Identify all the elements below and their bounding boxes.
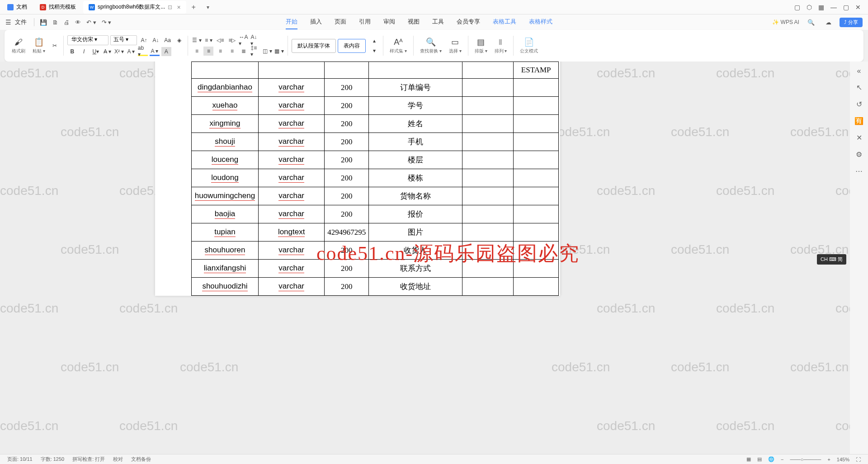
file-menu[interactable]: 文件 xyxy=(15,18,27,26)
table-cell[interactable]: varchar xyxy=(258,278,324,296)
align-justify-icon[interactable]: ≡ xyxy=(227,47,237,56)
wps-ai-button[interactable]: ✨ WPS AI xyxy=(772,19,799,25)
clear-format-icon[interactable]: ◈ xyxy=(174,36,184,45)
strike-icon[interactable]: A̶ ▾ xyxy=(103,47,113,56)
table-cell[interactable]: shouhuodizhi xyxy=(192,278,259,296)
table-cell[interactable]: varchar xyxy=(258,115,324,133)
style-table-content[interactable]: 表内容 xyxy=(338,39,366,53)
translate-icon[interactable]: 🈶 xyxy=(854,117,863,125)
menu-tab-tools[interactable]: 工具 xyxy=(432,15,444,29)
table-cell[interactable]: 订单编号 xyxy=(369,79,462,97)
menu-tab-member[interactable]: 会员专享 xyxy=(457,15,480,29)
table-row[interactable]: ESTAMP xyxy=(192,62,559,79)
table-cell[interactable]: 200 xyxy=(325,187,369,205)
undo-icon[interactable]: ↶ ▾ xyxy=(84,19,99,26)
distribute-icon[interactable]: ≣ xyxy=(239,47,249,56)
zoom-slider[interactable]: ───○───── xyxy=(790,457,821,462)
table-cell[interactable]: 货物名称 xyxy=(369,187,462,205)
table-row[interactable]: huowumingchengvarchar200货物名称 xyxy=(192,187,559,205)
table-cell[interactable] xyxy=(514,241,559,260)
superscript-icon[interactable]: X² ▾ xyxy=(114,47,124,56)
menu-tab-page[interactable]: 页面 xyxy=(335,15,346,29)
menu-tab-view[interactable]: 视图 xyxy=(408,15,420,29)
style-default-para[interactable]: 默认段落字体 xyxy=(292,39,336,53)
table-cell[interactable]: 200 xyxy=(325,115,369,133)
table-cell[interactable]: 楼层 xyxy=(369,151,462,169)
print-icon[interactable]: 🖨 xyxy=(61,19,72,26)
maximize-icon[interactable]: ▢ xyxy=(843,4,849,11)
paste-group[interactable]: 📋 粘贴 ▾ xyxy=(30,37,48,54)
status-proofing[interactable]: 校对 xyxy=(113,456,123,463)
table-cell[interactable]: 收货人 xyxy=(369,241,462,260)
fullscreen-icon[interactable]: ⛶ xyxy=(856,457,861,462)
tab-dropdown[interactable]: ▾ xyxy=(201,4,215,10)
table-cell[interactable]: 姓名 xyxy=(369,115,462,133)
table-cell[interactable] xyxy=(462,241,514,260)
table-cell[interactable] xyxy=(514,97,559,115)
view-mode-icon[interactable]: ▦ xyxy=(746,456,751,462)
table-cell[interactable]: 200 xyxy=(325,278,369,296)
table-cell[interactable]: varchar xyxy=(258,187,324,205)
tab-pin-icon[interactable]: ⊡ xyxy=(168,4,172,10)
table-cell[interactable]: lianxifangshi xyxy=(192,260,259,278)
close-window-icon[interactable]: ✕ xyxy=(855,4,861,11)
table-row[interactable]: shouhuorenvarchar200收货人 xyxy=(192,241,559,260)
hamburger-icon[interactable]: ☰ xyxy=(5,19,11,26)
table-cell[interactable]: varchar xyxy=(258,241,324,260)
preview-icon[interactable]: 👁 xyxy=(72,19,84,26)
decrease-indent-icon[interactable]: ◁≡ xyxy=(215,36,225,45)
sort-icon[interactable]: A↓ ▾ xyxy=(250,36,260,45)
table-cell[interactable] xyxy=(514,115,559,133)
table-cell[interactable] xyxy=(514,79,559,97)
table-cell[interactable] xyxy=(462,260,514,278)
table-cell[interactable]: loudong xyxy=(192,169,259,187)
zoom-level[interactable]: 145% xyxy=(837,457,849,462)
menu-tab-reference[interactable]: 引用 xyxy=(359,15,371,29)
table-cell[interactable]: dingdanbianhao xyxy=(192,79,259,97)
table-cell[interactable]: 200 xyxy=(325,79,369,97)
table-cell[interactable]: 手机 xyxy=(369,133,462,151)
table-row[interactable]: baojiavarchar200报价 xyxy=(192,205,559,223)
table-row[interactable]: xuehaovarchar200学号 xyxy=(192,97,559,115)
find-replace-group[interactable]: 🔍 查找替换 ▾ xyxy=(417,37,444,54)
highlight-icon[interactable]: ab ▾ xyxy=(138,47,148,56)
table-cell[interactable]: baojia xyxy=(192,205,259,223)
table-cell[interactable] xyxy=(462,79,514,97)
table-cell[interactable]: varchar xyxy=(258,97,324,115)
tab-add[interactable]: + xyxy=(186,3,201,11)
table-row[interactable]: shoujivarchar200手机 xyxy=(192,133,559,151)
layout-group[interactable]: ▤ 排版 ▾ xyxy=(472,37,490,54)
search-icon[interactable]: 🔍 xyxy=(805,19,817,26)
bullets-icon[interactable]: ☰ ▾ xyxy=(192,36,202,45)
menu-tab-start[interactable]: 开始 xyxy=(286,15,297,29)
pointer-icon[interactable]: ↖ xyxy=(856,83,862,92)
table-cell[interactable]: shouhuoren xyxy=(192,241,259,260)
cube-icon[interactable]: ⬡ xyxy=(807,4,812,11)
status-page[interactable]: 页面: 10/11 xyxy=(7,456,33,463)
close-icon[interactable]: × xyxy=(177,4,180,11)
table-cell[interactable] xyxy=(462,97,514,115)
char-spacing-icon[interactable]: ↔A ▾ xyxy=(239,36,249,45)
table-cell[interactable]: varchar xyxy=(258,151,324,169)
grid-icon[interactable]: ▦ xyxy=(818,4,824,11)
table-cell[interactable]: 收货地址 xyxy=(369,278,462,296)
status-words[interactable]: 字数: 1250 xyxy=(41,456,65,463)
database-table[interactable]: ESTAMP dingdanbianhaovarchar200订单编号xueha… xyxy=(191,62,559,296)
underline-icon[interactable]: U ▾ xyxy=(91,47,101,56)
table-cell[interactable] xyxy=(514,151,559,169)
table-cell[interactable]: 联系方式 xyxy=(369,260,462,278)
table-cell[interactable]: longtext xyxy=(258,223,324,241)
table-cell[interactable] xyxy=(514,278,559,296)
collapse-icon[interactable]: « xyxy=(857,67,861,75)
table-cell[interactable]: 图片 xyxy=(369,223,462,241)
table-row[interactable]: xingmingvarchar200姓名 xyxy=(192,115,559,133)
tab-template[interactable]: D 找稻壳模板 xyxy=(34,1,81,14)
font-fill-icon[interactable]: A ▾ xyxy=(150,47,160,56)
table-cell[interactable]: xuehao xyxy=(192,97,259,115)
table-cell[interactable] xyxy=(514,205,559,223)
style-up-icon[interactable]: ▴ xyxy=(369,36,379,45)
table-cell[interactable]: 报价 xyxy=(369,205,462,223)
table-cell[interactable] xyxy=(514,133,559,151)
font-size-select[interactable]: 五号 ▾ xyxy=(110,35,137,45)
format-painter-group[interactable]: 🖌 格式刷 xyxy=(9,38,28,54)
